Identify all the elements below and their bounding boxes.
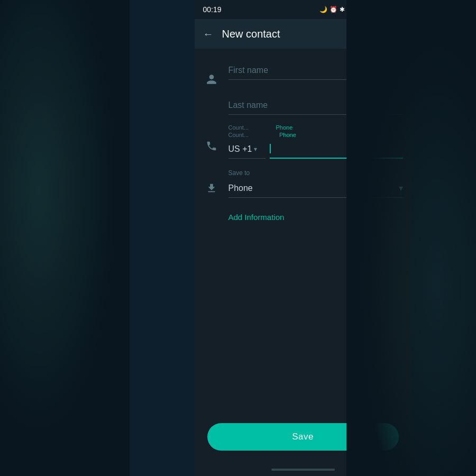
page-title: New contact [222, 28, 280, 40]
phone-icon [203, 138, 220, 154]
cursor [270, 144, 271, 153]
status-bar: 00:19 🌙 ⏰ ✱ ▋▋▋ ▋▋▋ 🔋 34% [195, 0, 411, 19]
moon-icon: 🌙 [319, 6, 327, 13]
phone-fields-area: Count... Phone Count... Phone US +1 ▾ [228, 132, 403, 159]
first-name-row [195, 57, 411, 92]
save-to-field-area: Save to Phone ▾ [228, 169, 403, 198]
last-name-fields [228, 96, 403, 115]
status-icons: 🌙 ⏰ ✱ ▋▋▋ ▋▋▋ 🔋 34% [319, 6, 402, 13]
signal-icon: ▋▋▋ [347, 6, 361, 13]
battery-percent: 34% [390, 6, 402, 13]
bluetooth-icon: ✱ [340, 6, 345, 13]
home-bar [271, 469, 335, 471]
battery-icon: 🔋 [380, 6, 388, 13]
watermark: DETAINFO [350, 29, 406, 40]
save-to-value: Phone [228, 184, 253, 193]
phone-label: Phone [276, 124, 293, 131]
add-information-button[interactable]: Add Information [228, 210, 285, 224]
wifi-icon: ▋▋▋ [363, 6, 378, 13]
save-to-icon [203, 180, 220, 197]
country-code-label: Count... [228, 132, 249, 138]
phone-number-row: US +1 ▾ [228, 140, 403, 159]
person-icon [203, 71, 220, 88]
first-name-input[interactable] [228, 61, 403, 80]
phone-input-container[interactable] [270, 144, 403, 159]
status-time: 00:19 [203, 5, 222, 14]
last-name-input[interactable] [228, 96, 403, 115]
save-to-selector[interactable]: Phone ▾ [228, 179, 403, 198]
add-info-row: Add Information [195, 202, 411, 232]
first-name-fields [228, 61, 403, 80]
country-code-value: US +1 [228, 144, 252, 154]
country-selector[interactable]: US +1 ▾ [228, 140, 266, 159]
save-to-dropdown-arrow: ▾ [399, 183, 403, 193]
home-indicator [195, 463, 411, 476]
save-button[interactable]: Save [207, 423, 399, 451]
phone-row: Count... Phone Count... Phone US +1 ▾ [195, 127, 411, 161]
save-to-row: Save to Phone ▾ [195, 165, 411, 202]
form-content: Count... Phone Count... Phone US +1 ▾ [195, 49, 411, 415]
back-button[interactable]: ← [203, 28, 214, 40]
last-name-row [195, 92, 411, 127]
top-bar: ← New contact DETAINFO [195, 19, 411, 49]
save-to-label: Save to [228, 169, 403, 177]
phone-field-label: Phone [279, 132, 296, 138]
phone-frame: 00:19 🌙 ⏰ ✱ ▋▋▋ ▋▋▋ 🔋 34% ← New contact … [195, 0, 411, 476]
country-label: Count... [228, 124, 249, 131]
country-dropdown-arrow: ▾ [254, 145, 257, 153]
alarm-icon: ⏰ [329, 6, 337, 13]
bottom-area: Save [195, 415, 411, 463]
